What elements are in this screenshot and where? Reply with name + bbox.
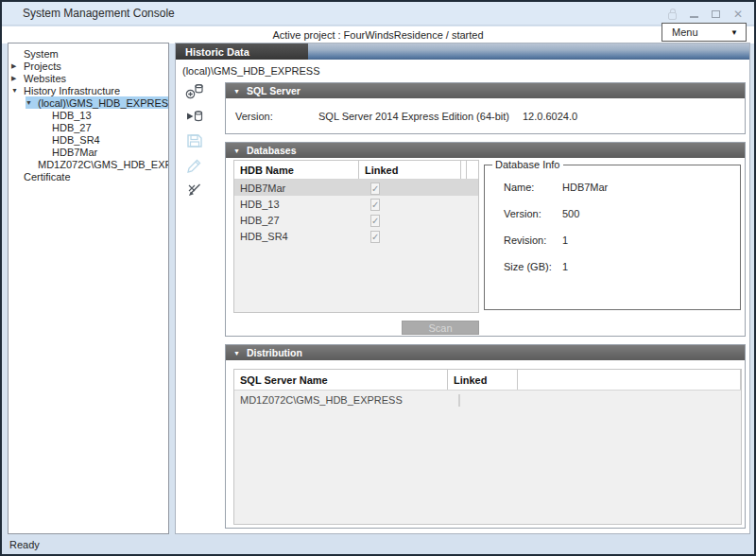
section-title: SQL Server — [247, 85, 301, 96]
databases-section-header[interactable]: ▼ Databases — [226, 143, 745, 158]
tree-item-label: System — [24, 48, 59, 60]
databases-table-header: HDB Name Linked — [234, 161, 478, 180]
collapse-arrow-icon: ▼ — [226, 88, 247, 95]
save-button[interactable] — [184, 132, 205, 149]
table-row[interactable]: HDB_27 — [234, 212, 478, 228]
info-row-size: Size (GB): 1 — [504, 261, 740, 272]
window-title: System Management Console — [2, 7, 175, 20]
tree-item-label: HDB_SR4 — [52, 134, 100, 146]
info-value: 1 — [562, 261, 568, 272]
tree-item-label: Websites — [24, 73, 66, 84]
tree-item-websites[interactable]: ▶Websites — [9, 72, 168, 84]
table-row[interactable]: HDB_SR4 — [234, 228, 478, 244]
attach-database-button[interactable] — [184, 108, 205, 125]
collapse-arrow-icon: ▼ — [226, 350, 247, 356]
attach-database-icon — [185, 108, 204, 125]
collapse-arrow-icon: ▼ — [226, 148, 247, 154]
sql-server-section-header[interactable]: ▼ SQL Server — [226, 83, 745, 98]
tree-item-system[interactable]: System — [9, 47, 168, 60]
tree-item-hdb-sr4[interactable]: HDB_SR4 — [9, 133, 168, 146]
tree-item-certificate[interactable]: Certificate — [9, 170, 168, 182]
linked-checkbox[interactable] — [370, 231, 380, 243]
hdb-name-cell: HDB_13 — [234, 199, 358, 210]
distribution-table: SQL Server Name Linked MD1Z072C\GMS_HDB_… — [233, 369, 742, 525]
hdb-name-cell: HDB_27 — [234, 215, 358, 226]
close-button[interactable]: ✕ — [733, 9, 743, 20]
hdb-name-cell: HDB7Mar — [234, 182, 358, 194]
info-row-revision: Revision: 1 — [504, 235, 740, 246]
app-window: System Management Console ✕ Active proje… — [0, 0, 756, 556]
save-icon — [185, 132, 204, 149]
tree-item-hdb7mar[interactable]: HDB7Mar — [9, 146, 168, 158]
tree-item-hdb-27[interactable]: HDB_27 — [9, 121, 168, 133]
menu-dropdown[interactable]: Menu ▼ — [662, 23, 747, 42]
chevron-down-icon: ▼ — [730, 28, 746, 37]
column-header-linked[interactable]: Linked — [358, 161, 460, 179]
edit-button[interactable] — [184, 157, 205, 174]
info-value: HDB7Mar — [562, 182, 608, 193]
linked-checkbox[interactable] — [458, 394, 460, 407]
status-text: Ready — [2, 539, 40, 550]
add-database-button[interactable] — [184, 83, 205, 100]
expander-icon[interactable]: ▶ — [11, 60, 24, 72]
databases-table: HDB Name Linked HDB7Mar HDB_13 — [233, 160, 479, 313]
active-project-bar: Active project : FourWindsResidence / st… — [2, 26, 754, 43]
distribution-body: SQL Server Name Linked MD1Z072C\GMS_HDB_… — [226, 360, 745, 529]
navigation-tree: System ▶Projects ▶Websites ▼History Infr… — [8, 43, 169, 534]
database-info-group: Database Info Name: HDB7Mar Version: 500… — [484, 159, 741, 310]
unlink-icon — [185, 182, 204, 199]
minimize-button[interactable] — [690, 16, 698, 18]
sql-server-name-cell: MD1Z072C\GMS_HDB_EXPRESS — [234, 394, 447, 406]
tree-item-history-infrastructure[interactable]: ▼History Infrastructure — [9, 84, 168, 96]
tree-item-md1z072c-gms-hdb-express[interactable]: MD1Z072C\GMS_HDB_EXPRESS — [9, 158, 168, 170]
table-row[interactable]: MD1Z072C\GMS_HDB_EXPRESS — [234, 391, 741, 409]
status-bar: Ready — [2, 535, 754, 554]
linked-checkbox[interactable] — [370, 199, 380, 211]
main-panel: Historic Data (local)\GMS_HDB_EXPRESS — [175, 43, 750, 534]
pencil-icon — [185, 157, 204, 174]
tree-item-label: HDB_27 — [52, 122, 92, 133]
sql-server-section: ▼ SQL Server Version: SQL Server 2014 Ex… — [225, 82, 746, 134]
tree-item-label: History Infrastructure — [24, 85, 120, 96]
unlink-button[interactable] — [184, 182, 205, 199]
databases-body: HDB Name Linked HDB7Mar HDB_13 — [226, 158, 745, 337]
tree-item-projects[interactable]: ▶Projects — [9, 60, 168, 72]
linked-checkbox[interactable] — [370, 215, 380, 227]
column-header-hdb-name[interactable]: HDB Name — [234, 161, 358, 179]
info-label: Revision: — [504, 235, 562, 246]
info-label: Name: — [504, 182, 562, 193]
column-header-empty — [466, 161, 478, 179]
table-row[interactable]: HDB_13 — [234, 196, 478, 212]
info-row-name: Name: HDB7Mar — [504, 182, 740, 193]
section-title: Distribution — [247, 347, 302, 358]
linked-checkbox[interactable] — [370, 182, 380, 195]
lock-icon — [668, 12, 677, 20]
databases-section: ▼ Databases HDB Name Linked HDB7Mar — [225, 142, 746, 337]
expander-icon[interactable]: ▼ — [11, 84, 24, 96]
tree-item-label: HDB7Mar — [52, 147, 97, 158]
tab-bar: Historic Data — [176, 43, 749, 60]
section-title: Databases — [247, 145, 297, 156]
tab-label: Historic Data — [185, 46, 249, 58]
table-row[interactable]: HDB7Mar — [234, 180, 478, 196]
side-toolbar — [184, 83, 213, 206]
breadcrumb: (local)\GMS_HDB_EXPRESS — [182, 65, 320, 77]
hdb-name-cell: HDB_SR4 — [234, 231, 358, 242]
tree-item-hdb-13[interactable]: HDB_13 — [9, 109, 168, 121]
column-header-linked[interactable]: Linked — [447, 370, 517, 390]
expander-icon[interactable]: ▶ — [11, 72, 24, 84]
expander-icon[interactable]: ▼ — [26, 96, 38, 109]
menu-label: Menu — [662, 26, 730, 38]
scan-button[interactable]: Scan — [402, 321, 479, 335]
database-info-legend: Database Info — [492, 159, 563, 170]
tree-item-local-gms-hdb-express[interactable]: ▼(local)\GMS_HDB_EXPRESS — [9, 96, 168, 109]
content-sections: ▼ SQL Server Version: SQL Server 2014 Ex… — [225, 82, 746, 529]
column-header-empty — [740, 370, 747, 390]
maximize-button[interactable] — [712, 10, 720, 18]
distribution-section-header[interactable]: ▼ Distribution — [226, 345, 745, 360]
column-header-sql-server-name[interactable]: SQL Server Name — [234, 370, 447, 390]
tab-historic-data[interactable]: Historic Data — [176, 43, 308, 60]
title-bar: System Management Console ✕ — [2, 2, 754, 26]
info-label: Size (GB): — [504, 261, 562, 272]
info-row-version: Version: 500 — [504, 208, 740, 219]
